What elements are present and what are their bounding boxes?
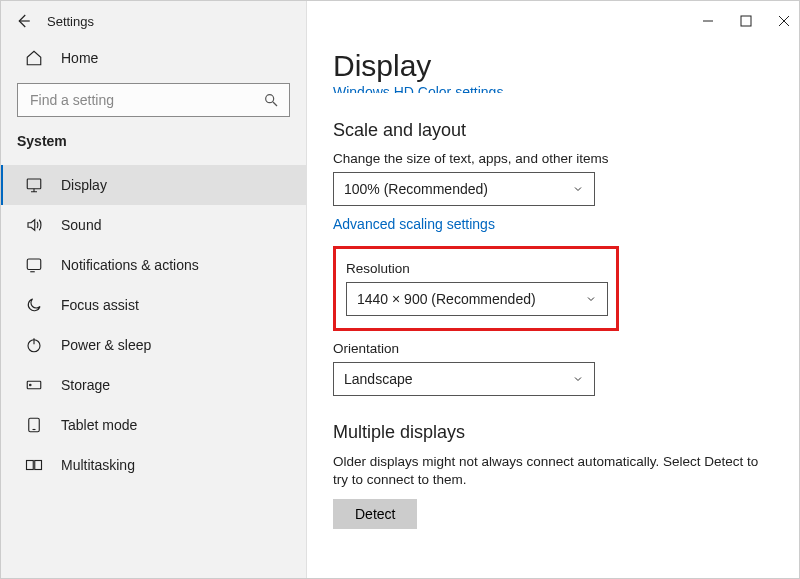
orientation-label: Orientation <box>333 341 773 356</box>
sidebar-item-label: Sound <box>61 217 101 233</box>
back-icon[interactable] <box>9 7 37 35</box>
minimize-icon[interactable] <box>701 14 715 28</box>
search-icon <box>263 92 279 108</box>
sidebar-item-label: Notifications & actions <box>61 257 199 273</box>
sidebar-item-label: Display <box>61 177 107 193</box>
sound-icon <box>25 216 49 234</box>
home-icon <box>25 49 49 67</box>
storage-icon <box>25 376 49 394</box>
resolution-highlight: Resolution 1440 × 900 (Recommended) <box>333 246 619 331</box>
power-icon <box>25 336 49 354</box>
svg-rect-9 <box>741 16 751 26</box>
sidebar-item-focus-assist[interactable]: Focus assist <box>1 285 306 325</box>
page-title: Display <box>333 49 773 83</box>
sidebar-item-label: Focus assist <box>61 297 139 313</box>
display-icon <box>25 176 49 194</box>
multiple-displays-heading: Multiple displays <box>333 422 773 443</box>
search-input[interactable] <box>28 91 263 109</box>
svg-rect-2 <box>27 259 41 270</box>
orientation-dropdown[interactable]: Landscape <box>333 362 595 396</box>
search-input-container[interactable] <box>17 83 290 117</box>
sidebar-item-display[interactable]: Display <box>1 165 306 205</box>
truncated-link[interactable]: Windows HD Color settings <box>333 85 503 95</box>
svg-point-5 <box>30 384 32 386</box>
window-title: Settings <box>47 14 94 29</box>
sidebar-item-label: Power & sleep <box>61 337 151 353</box>
resolution-dropdown-value: 1440 × 900 (Recommended) <box>357 291 536 307</box>
sidebar-item-label: Tablet mode <box>61 417 137 433</box>
sidebar-item-tablet-mode[interactable]: Tablet mode <box>1 405 306 445</box>
sidebar-item-label: Multitasking <box>61 457 135 473</box>
sidebar-item-sound[interactable]: Sound <box>1 205 306 245</box>
orientation-dropdown-value: Landscape <box>344 371 413 387</box>
chevron-down-icon <box>572 183 584 195</box>
moon-icon <box>25 296 49 314</box>
close-icon[interactable] <box>777 14 791 28</box>
scale-layout-heading: Scale and layout <box>333 120 773 141</box>
nav-home-label: Home <box>61 50 98 66</box>
chevron-down-icon <box>572 373 584 385</box>
multitasking-icon <box>25 456 49 474</box>
chevron-down-icon <box>585 293 597 305</box>
resolution-dropdown[interactable]: 1440 × 900 (Recommended) <box>346 282 608 316</box>
svg-rect-8 <box>35 461 42 470</box>
sidebar-category: System <box>1 131 306 157</box>
svg-rect-1 <box>27 179 41 189</box>
svg-point-0 <box>266 95 274 103</box>
advanced-scaling-link[interactable]: Advanced scaling settings <box>333 216 495 232</box>
detect-button[interactable]: Detect <box>333 499 417 529</box>
resolution-label: Resolution <box>346 261 606 276</box>
notifications-icon <box>25 256 49 274</box>
scale-dropdown[interactable]: 100% (Recommended) <box>333 172 595 206</box>
scale-label: Change the size of text, apps, and other… <box>333 151 773 166</box>
maximize-icon[interactable] <box>739 14 753 28</box>
sidebar-item-notifications[interactable]: Notifications & actions <box>1 245 306 285</box>
tablet-icon <box>25 416 49 434</box>
sidebar-item-label: Storage <box>61 377 110 393</box>
scale-dropdown-value: 100% (Recommended) <box>344 181 488 197</box>
sidebar-item-multitasking[interactable]: Multitasking <box>1 445 306 485</box>
multiple-displays-info: Older displays might not always connect … <box>333 453 773 489</box>
nav-home[interactable]: Home <box>1 41 306 75</box>
sidebar-item-power-sleep[interactable]: Power & sleep <box>1 325 306 365</box>
sidebar-item-storage[interactable]: Storage <box>1 365 306 405</box>
svg-rect-7 <box>27 461 34 470</box>
